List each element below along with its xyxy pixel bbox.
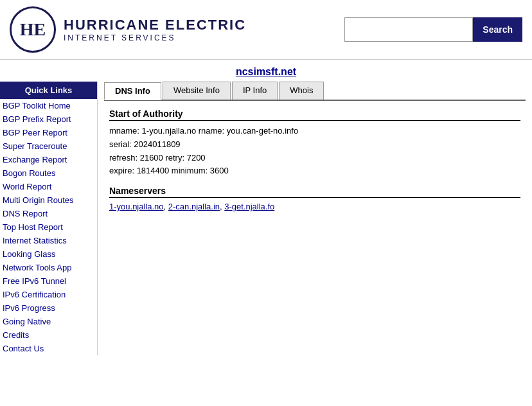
logo-area: HE HURRICANE ELECTRIC INTERNET SERVICES xyxy=(10,6,246,53)
dns-content: Start of Authority mname: 1-you.njalla.n… xyxy=(104,109,526,211)
sidebar-link[interactable]: Top Host Report xyxy=(0,220,97,234)
sidebar-link[interactable]: BGP Toolkit Home xyxy=(0,99,97,112)
sidebar-links: BGP Toolkit HomeBGP Prefix ReportBGP Pee… xyxy=(0,99,97,355)
tab-website-info[interactable]: Website Info xyxy=(163,82,231,100)
content-area: DNS Info Website Info IP Info Whois Star… xyxy=(98,82,532,218)
tab-whois[interactable]: Whois xyxy=(279,82,324,100)
tab-bar: DNS Info Website Info IP Info Whois xyxy=(104,82,526,101)
soa-mname: mname: 1-you.njalla.no rname: you.can-ge… xyxy=(109,125,520,138)
ns-title: Nameservers xyxy=(109,186,520,196)
nameserver-link[interactable]: 2-can.njalla.in xyxy=(168,202,220,211)
sidebar-link[interactable]: Credits xyxy=(0,328,97,342)
main-layout: Quick Links BGP Toolkit HomeBGP Prefix R… xyxy=(0,82,532,355)
sidebar-link[interactable]: Super Traceroute xyxy=(0,139,97,153)
sidebar-link[interactable]: Going Native xyxy=(0,315,97,328)
search-area: Search xyxy=(344,17,522,42)
sidebar-link[interactable]: DNS Report xyxy=(0,207,97,220)
sidebar-link[interactable]: Looking Glass xyxy=(0,247,97,261)
soa-divider xyxy=(109,120,520,121)
sidebar-link[interactable]: Bogon Routes xyxy=(0,166,97,180)
sidebar-link[interactable]: Exchange Report xyxy=(0,153,97,166)
nameserver-list: 1-you.njalla.no, 2-can.njalla.in, 3-get.… xyxy=(109,202,520,211)
sidebar: Quick Links BGP Toolkit HomeBGP Prefix R… xyxy=(0,82,98,355)
domain-title-section: ncsimsft.net xyxy=(0,60,532,82)
sidebar-header: Quick Links xyxy=(0,82,97,99)
page-header: HE HURRICANE ELECTRIC INTERNET SERVICES … xyxy=(0,0,532,60)
soa-expire: expire: 1814400 minimum: 3600 xyxy=(109,164,520,178)
nameserver-link[interactable]: 1-you.njalla.no xyxy=(109,202,164,211)
ns-divider xyxy=(109,197,520,198)
nameserver-link[interactable]: 3-get.njalla.fo xyxy=(224,202,274,211)
domain-link[interactable]: ncsimsft.net xyxy=(236,66,296,77)
soa-title: Start of Authority xyxy=(109,109,520,119)
sidebar-link[interactable]: Network Tools App xyxy=(0,261,97,274)
soa-serial: serial: 2024011809 xyxy=(109,138,520,152)
tab-ip-info[interactable]: IP Info xyxy=(232,82,278,100)
logo-text: HURRICANE ELECTRIC INTERNET SERVICES xyxy=(64,17,246,42)
search-input[interactable] xyxy=(344,17,473,42)
logo-subtitle: INTERNET SERVICES xyxy=(64,33,246,42)
sidebar-link[interactable]: Free IPv6 Tunnel xyxy=(0,274,97,288)
logo-circle: HE xyxy=(10,6,56,53)
tab-dns-info[interactable]: DNS Info xyxy=(104,82,161,100)
sidebar-link[interactable]: Contact Us xyxy=(0,342,97,355)
sidebar-link[interactable]: Multi Origin Routes xyxy=(0,193,97,207)
sidebar-link[interactable]: World Report xyxy=(0,180,97,193)
logo-he-text: HE xyxy=(20,19,46,40)
soa-refresh: refresh: 21600 retry: 7200 xyxy=(109,152,520,165)
sidebar-link[interactable]: IPv6 Progress xyxy=(0,301,97,315)
search-button[interactable]: Search xyxy=(473,17,522,42)
sidebar-link[interactable]: IPv6 Certification xyxy=(0,288,97,301)
logo-title: HURRICANE ELECTRIC xyxy=(64,17,246,33)
sidebar-link[interactable]: BGP Prefix Report xyxy=(0,112,97,126)
sidebar-link[interactable]: Internet Statistics xyxy=(0,234,97,247)
sidebar-link[interactable]: BGP Peer Report xyxy=(0,126,97,139)
soa-details: mname: 1-you.njalla.no rname: you.can-ge… xyxy=(109,125,520,178)
